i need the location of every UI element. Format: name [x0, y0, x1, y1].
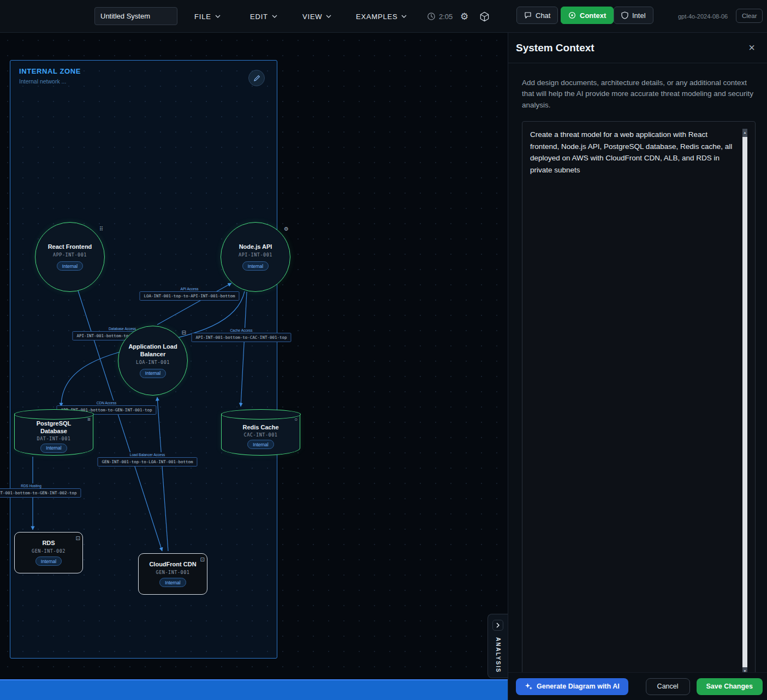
monitor-icon[interactable]: ⊡ [200, 557, 205, 563]
menu-examples[interactable]: EXAMPLES [356, 0, 407, 33]
chevron-right-icon [492, 620, 503, 631]
tab-intel[interactable]: Intel [614, 7, 653, 24]
tab-context[interactable]: Context [561, 7, 614, 24]
node-id: DAT-INT-001 [37, 436, 71, 441]
list-icon[interactable]: ≡ [87, 416, 91, 422]
edge-id: DAT-INT-001-bottom-to-GEN-INT-002-top [0, 488, 81, 498]
menu-label: EDIT [250, 13, 268, 21]
node-badge: Internal [40, 444, 67, 453]
package-button[interactable] [479, 0, 490, 33]
node-id: CAC-INT-001 [244, 432, 278, 438]
node-badge: Internal [242, 261, 269, 271]
save-changes-button[interactable]: Save Changes [697, 678, 763, 695]
timer: 2:05 [427, 0, 453, 33]
node-id: LOA-INT-001 [136, 360, 170, 365]
edge-label-load-balancer-access[interactable]: Load Balancer Access GEN-INT-001-top-to-… [97, 452, 197, 466]
node-title: Application Load Balancer [124, 343, 182, 357]
edge-name: Database Access [106, 326, 139, 331]
edge-id: LOA-INT-001-top-to-API-INT-001-bottom [139, 291, 239, 301]
node-id: GEN-INT-001 [156, 570, 190, 575]
node-id: APP-INT-001 [53, 252, 87, 258]
tab-chat[interactable]: Chat [516, 7, 558, 24]
system-name-input[interactable] [94, 7, 177, 25]
gear-icon[interactable]: ⚙ [284, 226, 289, 232]
clock-icon [427, 12, 436, 21]
analysis-tab-label: ANALYSIS [495, 637, 501, 673]
panel-header: System Context × [508, 33, 767, 63]
cancel-button[interactable]: Cancel [646, 678, 690, 695]
node-id: API-INT-001 [239, 252, 272, 258]
context-text: Create a threat model for a web applicat… [530, 130, 732, 174]
panel-footer: Generate Diagram with AI Cancel Save Cha… [508, 672, 767, 700]
node-postgresql-database[interactable]: ≡ PostgreSQL Database DAT-INT-001 Intern… [14, 414, 93, 456]
node-badge: Internal [57, 261, 83, 271]
edge-name: Load Balancer Access [127, 452, 168, 457]
edge-name: Cache Access [227, 328, 255, 333]
node-badge: Internal [140, 369, 166, 378]
node-title: React Frontend [48, 243, 92, 250]
analysis-panel-toggle[interactable]: ANALYSIS [487, 614, 508, 678]
clear-button[interactable]: Clear [736, 9, 763, 23]
info-circle-icon [568, 11, 576, 19]
ring-icon[interactable]: ○ [294, 416, 298, 422]
node-title: Node.js API [239, 243, 272, 250]
node-application-load-balancer[interactable]: ⊟ Application Load Balancer LOA-INT-001 … [118, 326, 188, 396]
menu-edit[interactable]: EDIT [250, 0, 277, 33]
edge-id: GEN-INT-001-top-to-LOA-INT-001-bottom [97, 457, 197, 466]
sparkle-icon [525, 683, 533, 691]
close-icon[interactable]: × [744, 40, 759, 56]
menu-view[interactable]: VIEW [302, 0, 331, 33]
gear-icon: ⚙ [460, 11, 468, 22]
generate-diagram-button[interactable]: Generate Diagram with AI [516, 678, 628, 695]
tab-label: Context [580, 11, 606, 20]
edit-zone-button[interactable] [248, 70, 265, 86]
node-react-frontend[interactable]: ⠿ React Frontend APP-INT-001 Internal [35, 222, 105, 292]
monitor-icon[interactable]: ⊡ [76, 535, 80, 541]
menu-file[interactable]: FILE [194, 0, 221, 33]
node-id: GEN-INT-002 [32, 548, 66, 554]
panel-title: System Context [516, 42, 744, 54]
edge-label-cache-access[interactable]: Cache Access API-INT-001-bottom-to-CAC-I… [191, 328, 291, 342]
menu-label: FILE [194, 13, 211, 21]
edge-name: CDN Access [94, 400, 119, 405]
node-badge: Internal [159, 578, 186, 587]
edge-name: API Access [178, 286, 201, 291]
edge-id: API-INT-001-bottom-to-CAC-INT-001-top [191, 333, 291, 342]
context-textarea[interactable]: Create a threat model for a web applicat… [522, 121, 756, 679]
node-redis-cache[interactable]: ○ Redis Cache CAC-INT-001 Internal [221, 414, 300, 456]
edge-name: RDS Hosting [18, 483, 44, 488]
node-badge: Internal [247, 440, 273, 449]
diagram-canvas[interactable]: INTERNAL ZONE Internal network ... API A… [0, 33, 508, 700]
chevron-down-icon [272, 15, 277, 18]
edge-label-rds-hosting[interactable]: RDS Hosting DAT-INT-001-bottom-to-GEN-IN… [0, 483, 81, 498]
topbar: FILE EDIT VIEW EXAMPLES 2:05 ⚙ Chat Cont… [0, 0, 767, 33]
stack-icon[interactable]: ⊟ [182, 330, 186, 336]
menu-label: VIEW [302, 13, 322, 21]
node-badge: Internal [35, 557, 62, 566]
scroll-up-icon[interactable]: ▲ [742, 129, 747, 137]
system-context-panel: System Context × Add design documents, a… [508, 33, 767, 700]
generate-label: Generate Diagram with AI [537, 683, 620, 690]
node-nodejs-api[interactable]: ⚙ Node.js API API-INT-001 Internal [221, 222, 290, 292]
chevron-down-icon [401, 15, 407, 18]
zone-title: INTERNAL ZONE [19, 67, 81, 75]
tab-label: Intel [632, 11, 646, 20]
timer-value: 2:05 [439, 13, 453, 21]
node-title: PostgreSQL Database [25, 420, 82, 434]
node-title: Redis Cache [242, 424, 278, 431]
model-name: gpt-4o-2024-08-06 [678, 0, 728, 33]
chevron-down-icon [215, 15, 221, 18]
settings-button[interactable]: ⚙ [460, 0, 468, 33]
node-cloudfront-cdn[interactable]: ⊡ CloudFront CDN GEN-INT-001 Internal [138, 553, 207, 595]
tab-label: Chat [536, 11, 550, 20]
chat-bubble-icon [524, 11, 532, 19]
zone-subtitle: Internal network ... [19, 78, 66, 85]
scrollbar[interactable]: ▲ ▼ [742, 129, 747, 675]
cube-icon [479, 11, 490, 22]
panel-description: Add design documents, architecture detai… [522, 77, 753, 111]
bottom-zone-strip [0, 679, 508, 700]
edge-label-api-access[interactable]: API Access LOA-INT-001-top-to-API-INT-00… [139, 286, 239, 301]
drag-handle-icon[interactable]: ⠿ [99, 226, 103, 232]
shield-icon [621, 11, 628, 19]
node-rds[interactable]: ⊡ RDS GEN-INT-002 Internal [14, 532, 83, 573]
